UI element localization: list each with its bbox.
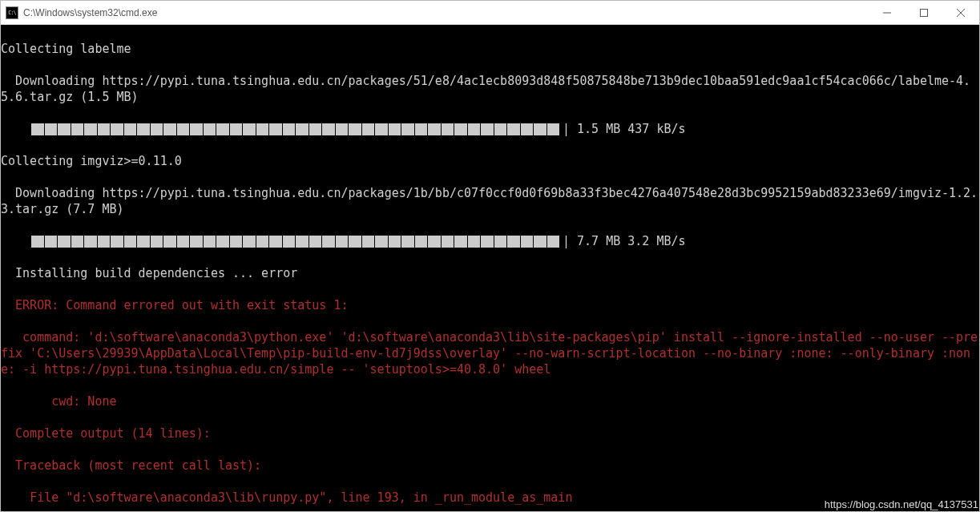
- window-controls: [869, 1, 979, 24]
- progress-text: | 1.5 MB 437 kB/s: [563, 121, 686, 137]
- output-line: Installing build dependencies ... error: [1, 265, 979, 281]
- titlebar[interactable]: C:\ C:\Windows\system32\cmd.exe: [1, 1, 979, 25]
- cmd-window: C:\ C:\Windows\system32\cmd.exe Collecti…: [0, 0, 980, 512]
- output-line: Downloading https://pypi.tuna.tsinghua.e…: [1, 185, 979, 217]
- output-line: Downloading https://pypi.tuna.tsinghua.e…: [1, 73, 979, 105]
- close-icon: [957, 9, 965, 17]
- output-line: Collecting labelme: [1, 41, 979, 57]
- output-line: Collecting imgviz>=0.11.0: [1, 153, 979, 169]
- watermark-text: https://blog.csdn.net/qq_4137531: [825, 498, 978, 510]
- error-line: cwd: None: [1, 393, 979, 409]
- maximize-button[interactable]: [905, 1, 942, 24]
- progress-text: | 7.7 MB 3.2 MB/s: [563, 233, 686, 249]
- error-line: Traceback (most recent call last):: [1, 458, 979, 474]
- progress-bar-row: | 1.5 MB 437 kB/s: [1, 121, 979, 137]
- terminal-output[interactable]: Collecting labelme Downloading https://p…: [1, 25, 979, 511]
- progress-bar-row: | 7.7 MB 3.2 MB/s: [1, 233, 979, 249]
- maximize-icon: [920, 9, 928, 17]
- minimize-icon: [883, 9, 891, 17]
- svg-rect-1: [921, 9, 928, 16]
- window-title: C:\Windows\system32\cmd.exe: [23, 7, 869, 18]
- minimize-button[interactable]: [869, 1, 905, 24]
- progress-bar: [31, 123, 559, 135]
- app-icon: C:\: [6, 6, 18, 19]
- progress-bar: [31, 236, 559, 248]
- error-line: Complete output (14 lines):: [1, 425, 979, 441]
- close-button[interactable]: [942, 1, 979, 24]
- error-line: command: 'd:\software\anaconda3\python.e…: [1, 329, 979, 377]
- error-line: ERROR: Command errored out with exit sta…: [1, 297, 979, 313]
